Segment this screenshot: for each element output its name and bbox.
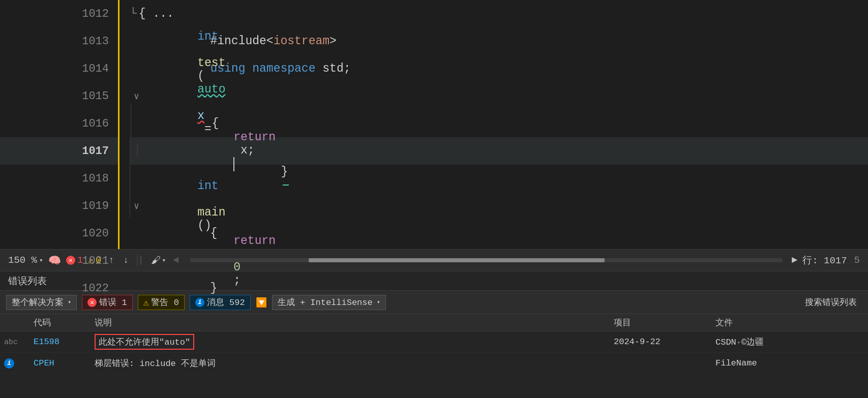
line-num-1014: 1014 [0, 55, 118, 82]
row1-project: 2024-9-22 [610, 337, 711, 347]
editor-area: 1012 1013 1014 1015 1016 1017 1018 1019 … [0, 0, 868, 249]
code-line-1014: using namespace std; [130, 55, 868, 82]
row2-type-icon: i [4, 358, 29, 369]
line-gutter: 1012 1013 1014 1015 1016 1017 1018 1019 … [0, 0, 119, 249]
row1-desc: 此处不允许使用"auto" [91, 334, 610, 350]
line-numbers: 1012 1013 1014 1015 1016 1017 1018 1019 … [0, 0, 118, 302]
code-line-1022: } [130, 274, 868, 302]
code-content[interactable]: └ { ... #include<iostream> using namespa… [119, 0, 868, 249]
line-num-1016: 1016 [0, 110, 118, 137]
col-header-code: 代码 [29, 317, 91, 328]
row1-file: CSDN·©边疆 [711, 336, 864, 348]
line-num-1022: 1022 [0, 274, 118, 302]
error-table-header: 代码 说明 项目 文件 [0, 314, 868, 331]
line-num-1013: 1013 [0, 27, 118, 55]
table-row[interactable]: abc E1598 此处不允许使用"auto" 2024-9-22 CSDN·©… [0, 331, 868, 353]
line-num-1018: 1018 [0, 165, 118, 192]
line-num-1012: 1012 [0, 0, 118, 27]
line-num-1020: 1020 [0, 220, 118, 247]
code-line-1015: ∨ int test ( auto x = 1 ) [130, 82, 868, 110]
row2-code-value: CPEH [34, 358, 54, 368]
scrollbar-thumb [309, 258, 605, 262]
row2-desc-text: 梯层错误: include 不是单词 [95, 359, 216, 369]
col-header-desc: 说明 [91, 317, 610, 328]
line-num-1019: 1019 [0, 192, 118, 220]
scrollbar[interactable] [190, 258, 783, 262]
row2-file: FileName [711, 358, 864, 368]
row1-type-label: abc [4, 338, 18, 347]
error-table: abc E1598 此处不允许使用"auto" 2024-9-22 CSDN·©… [0, 331, 868, 398]
col-header-project: 项目 [610, 317, 711, 328]
row2-info-icon: i [4, 358, 14, 369]
row2-desc: 梯层错误: include 不是单词 [91, 357, 610, 369]
row1-code-value: E1598 [34, 337, 59, 347]
line-num-1021: 1021 [0, 247, 118, 274]
row2-code: CPEH [29, 358, 91, 368]
table-row[interactable]: i CPEH 梯层错误: include 不是单词 FileName [0, 353, 868, 374]
code-line-1018: } [130, 165, 868, 192]
row1-type-icon: abc [4, 337, 29, 347]
code-line-1019: ∨ int main () [130, 192, 868, 220]
row1-code: E1598 [29, 337, 91, 347]
line-num-1015: 1015 [0, 82, 118, 110]
row1-desc-text: 此处不允许使用"auto" [95, 334, 194, 350]
line-num-1017: 1017 [0, 137, 118, 165]
col-header-file: 文件 [711, 317, 864, 328]
